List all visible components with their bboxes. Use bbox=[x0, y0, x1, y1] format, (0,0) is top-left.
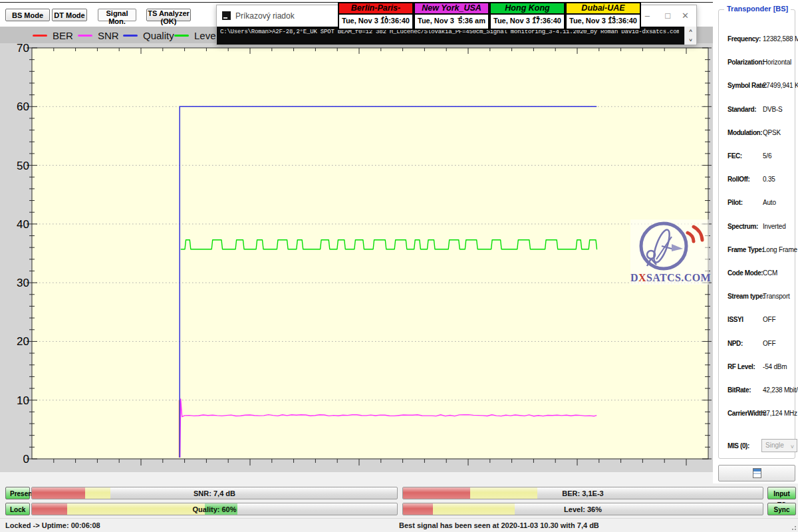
console-title: Príkazový riadok bbox=[235, 11, 295, 21]
console-scrollbar[interactable]: ˄ ˅ bbox=[684, 27, 696, 45]
close-button[interactable]: ✕ bbox=[682, 11, 689, 21]
tp-label-fec: FEC: bbox=[728, 152, 742, 160]
y-axis-label: 10 bbox=[17, 394, 29, 407]
level-bar: Level: 36% bbox=[402, 503, 763, 515]
clock-time: 17:36:40 bbox=[532, 17, 561, 25]
mis-value: Single bbox=[765, 442, 784, 449]
dxsatcs-logo: DXSATCS.COM bbox=[630, 219, 709, 285]
clock-new-york-usa: New York_USATue, Nov 3-45:36 am bbox=[414, 2, 489, 30]
tp-label-symbol-rate: Symbol Rate: bbox=[728, 82, 767, 89]
toolbar-button-signal-mon[interactable]: Signal Mon. bbox=[98, 9, 136, 21]
tp-value-spectrum: Inverted bbox=[763, 223, 786, 230]
tp-label-stream-type: Stream type: bbox=[728, 293, 765, 300]
tp-label-frequency: Frequency: bbox=[728, 35, 761, 43]
y-axis-label: 50 bbox=[17, 160, 29, 172]
y-axis-label: 20 bbox=[17, 335, 29, 348]
mis-label: MIS (0): bbox=[728, 442, 749, 450]
bar-label: BER: 3,1E-3 bbox=[403, 487, 763, 499]
clock-time-row: Tue, Nov 3+110:36:40 bbox=[338, 15, 414, 30]
y-axis-label: 30 bbox=[17, 277, 29, 289]
plot-area bbox=[32, 48, 708, 459]
clock-dubai-uae: Dubai-UAETue, Nov 3+413:36:40 bbox=[565, 2, 641, 30]
signal-monitor-app: BS ModeDT ModeSignal Mon.TS Analyzer (OK… bbox=[0, 0, 798, 532]
tp-value-npd: OFF bbox=[763, 340, 775, 347]
clock-city: Berlin-Paris-Bratislava bbox=[338, 2, 414, 15]
tp-label-rolloff: RollOff: bbox=[728, 176, 749, 183]
statusbar: Locked -> Uptime: 00:06:08 Best signal h… bbox=[0, 518, 798, 532]
scroll-down-icon[interactable]: ˅ bbox=[685, 36, 696, 45]
tp-label-standard: Standard: bbox=[728, 106, 756, 113]
clock-city: Dubai-UAE bbox=[565, 2, 641, 15]
clock-time: 13:36:40 bbox=[608, 17, 637, 25]
transponder-groupbox: Transponder [BS] Frequency:12382,588 MHz… bbox=[718, 9, 795, 459]
bar-label: Level: 36% bbox=[403, 503, 763, 515]
transponder-title: Transponder [BS] bbox=[724, 5, 791, 13]
tp-value-issyi: OFF bbox=[763, 316, 775, 323]
tp-label-npd: NPD: bbox=[728, 340, 743, 347]
mis-select[interactable]: Single ˅ bbox=[761, 439, 797, 452]
quality-bar: Quality: 60% bbox=[31, 503, 398, 515]
bar-label: SNR: 7,4 dB bbox=[32, 487, 397, 499]
lock-uptime-status: Locked -> Uptime: 00:06:08 bbox=[5, 521, 100, 529]
tp-value-stream-type: Transport bbox=[763, 293, 790, 300]
tp-value-modulation: QPSK bbox=[763, 129, 781, 136]
transponder-sidebar: Transponder [BS] Frequency:12382,588 MHz… bbox=[713, 0, 798, 483]
clock-time-row: Tue, Nov 3-45:36 am bbox=[414, 15, 489, 30]
toolbar-button-dt-mode[interactable]: DT Mode bbox=[52, 9, 87, 21]
clock-date: Tue, Nov 3 bbox=[342, 17, 378, 25]
toolbar-button-bs-mode[interactable]: BS Mode bbox=[5, 9, 50, 21]
clock-hong-kong: Hong KongTue, Nov 3+817:36:40 bbox=[489, 2, 565, 30]
input-ts-button[interactable]: Input TS bbox=[767, 487, 796, 499]
tp-label-carrierwidth: CarrierWidth: bbox=[728, 410, 767, 417]
clock-time-row: Tue, Nov 3+413:36:40 bbox=[565, 15, 641, 30]
clock-city: Hong Kong bbox=[489, 2, 565, 15]
y-axis-label: 60 bbox=[17, 100, 29, 113]
minimize-button[interactable]: – bbox=[645, 11, 650, 21]
tp-label-pilot: Pilot: bbox=[728, 199, 743, 206]
tp-value-symbol-rate: 27499,941 KS/s bbox=[763, 82, 798, 89]
tp-value-frame-type: Long Frame bbox=[763, 246, 797, 253]
lock-button[interactable]: Lock bbox=[5, 503, 30, 515]
tp-label-polarization: Polarization: bbox=[728, 59, 764, 66]
tp-value-bitrate: 42,238 Mbit/s bbox=[763, 386, 798, 394]
y-axis-label: 0 bbox=[23, 453, 29, 466]
resize-grip[interactable] bbox=[791, 525, 796, 530]
tp-label-rf-level: RF Level: bbox=[728, 363, 755, 370]
tp-label-spectrum: Spectrum: bbox=[728, 223, 758, 230]
clock-date: Tue, Nov 3 bbox=[569, 17, 606, 25]
snr-bar: SNR: 7,4 dB bbox=[31, 487, 398, 499]
tp-label-frame-type: Frame Type: bbox=[728, 246, 763, 253]
clock-time: 5:36 am bbox=[458, 17, 485, 25]
ber-bar: BER: 3,1E-3 bbox=[402, 487, 763, 499]
toolbar-button-ts-analyzer-ok[interactable]: TS Analyzer (OK) bbox=[146, 9, 191, 21]
tp-value-carrierwidth: 37,124 MHz bbox=[763, 410, 797, 417]
tp-value-rolloff: 0.35 bbox=[763, 176, 775, 183]
tp-label-bitrate: BitRate: bbox=[728, 386, 751, 394]
tp-label-code-mode: Code Mode: bbox=[728, 269, 763, 277]
best-signal-status: Best signal has been seen at 2020-11-03 … bbox=[399, 521, 599, 529]
chevron-down-icon: ˅ bbox=[791, 441, 794, 453]
clock-berlin-paris-bratislava: Berlin-Paris-BratislavaTue, Nov 3+110:36… bbox=[338, 2, 414, 30]
clock-time-row: Tue, Nov 3+817:36:40 bbox=[489, 15, 565, 30]
dxsatcs-logo-text: DXSATCS.COM bbox=[630, 272, 709, 284]
tp-value-rf-level: -54 dBm bbox=[763, 363, 787, 370]
satellite-dish-icon bbox=[630, 219, 709, 271]
signal-chart-panel: BERSNRQualityLevel 010203040506070 DXSAT… bbox=[0, 27, 713, 472]
tp-value-code-mode: CCM bbox=[763, 269, 777, 277]
maximize-button[interactable]: □ bbox=[665, 11, 670, 21]
sync-ts-button[interactable]: Sync TS bbox=[767, 503, 796, 515]
console-icon bbox=[222, 11, 231, 20]
clock-date: Tue, Nov 3 bbox=[418, 17, 454, 25]
tp-value-fec: 5/6 bbox=[763, 152, 771, 160]
signal-chart: 010203040506070 bbox=[0, 27, 713, 472]
scroll-up-icon[interactable]: ˄ bbox=[685, 27, 696, 35]
ts-tool-button[interactable] bbox=[718, 465, 795, 481]
tp-value-standard: DVB-S bbox=[763, 106, 783, 113]
stream-stack-icon bbox=[753, 468, 761, 478]
tp-label-issyi: ISSYI bbox=[728, 316, 743, 323]
tp-value-frequency: 12382,588 MHz bbox=[763, 35, 798, 43]
present-button[interactable]: Present bbox=[5, 487, 30, 499]
tp-value-pilot: Auto bbox=[763, 199, 776, 206]
clock-date: Tue, Nov 3 bbox=[493, 17, 530, 25]
y-axis-label: 40 bbox=[17, 218, 29, 231]
